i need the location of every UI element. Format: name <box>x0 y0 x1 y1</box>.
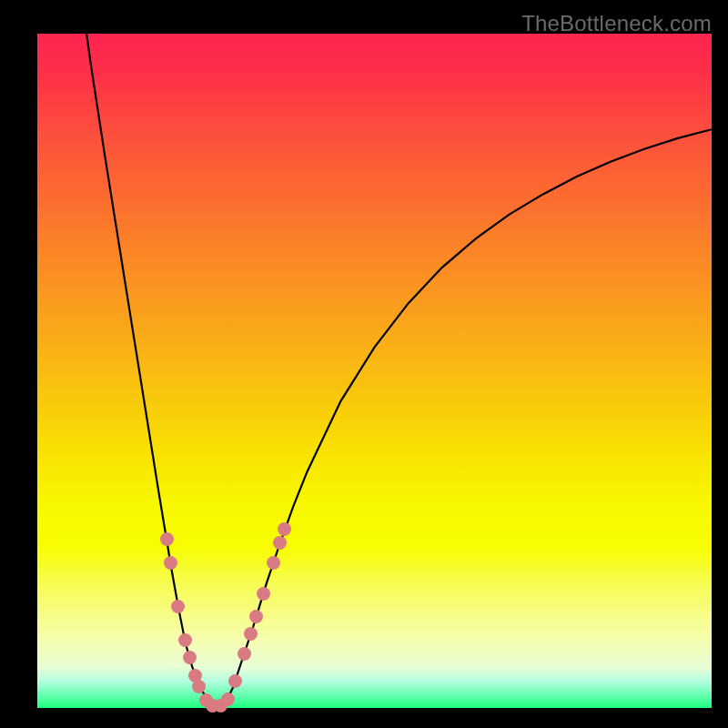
highlight-dot <box>192 680 206 693</box>
highlight-dot <box>249 610 263 623</box>
watermark-text: TheBottleneck.com <box>521 11 712 36</box>
highlight-dot <box>257 587 270 601</box>
chart-frame: TheBottleneck.com <box>0 0 728 728</box>
highlight-dot <box>183 651 197 664</box>
curve-svg <box>37 34 712 708</box>
curve-right <box>219 129 712 707</box>
highlight-dot <box>267 556 280 570</box>
highlight-dot <box>228 674 242 688</box>
curve-left <box>86 34 216 707</box>
highlight-dot <box>221 693 235 706</box>
plot-area <box>37 34 712 708</box>
highlight-dot <box>160 532 174 546</box>
